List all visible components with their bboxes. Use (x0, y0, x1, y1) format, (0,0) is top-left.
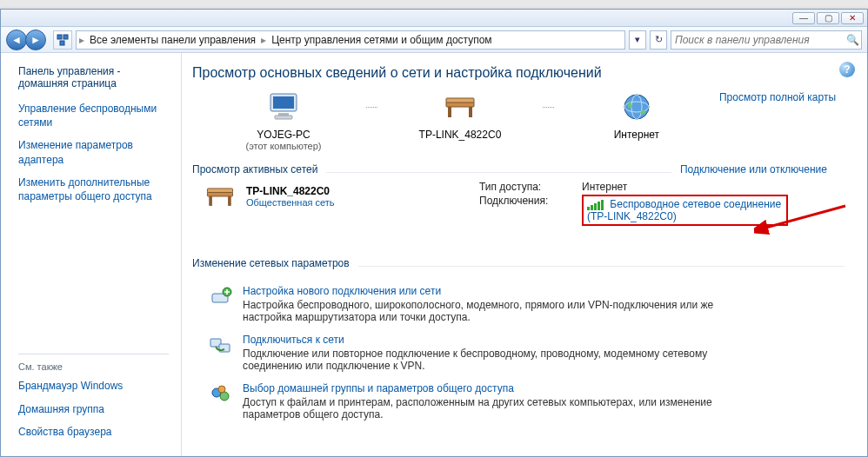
active-network-identity: TP-LINK_4822C0 Общественная сеть (203, 181, 464, 212)
network-properties: Тип доступа: Интернет Подключения: Беспр… (479, 181, 788, 226)
svg-rect-15 (207, 189, 232, 193)
sidebar-divider (18, 354, 169, 354)
map-node-label: YOJEG-PC (218, 129, 349, 141)
new-connection-icon (208, 285, 232, 309)
search-input[interactable] (673, 33, 845, 47)
search-icon[interactable]: 🔍 (845, 33, 859, 47)
access-type-value: Интернет (582, 181, 788, 193)
svg-rect-9 (448, 107, 451, 117)
page-title: Просмотр основных сведений о сети и наст… (192, 65, 853, 81)
forward-button[interactable]: ► (25, 30, 46, 50)
globe-icon (621, 91, 652, 123)
window-chrome: — ▢ ✕ (1, 10, 867, 27)
network-center-window: — ▢ ✕ ◄ ► ▸ Все элементы панели управлен… (0, 9, 868, 457)
see-also-firewall[interactable]: Брандмауэр Windows (18, 379, 169, 393)
breadcrumb-item-network-center[interactable]: Центр управления сетями и общим доступом (266, 34, 497, 46)
homegroup-icon (208, 382, 232, 407)
task-description: Настройка беспроводного, широкополосного… (243, 299, 730, 323)
map-node-this-pc[interactable]: YOJEG-PC (этот компьютер) (218, 91, 349, 151)
search-box[interactable]: 🔍 (671, 30, 862, 50)
task-description: Доступ к файлам и принтерам, расположенн… (243, 396, 730, 421)
sidebar-link-adapter-settings[interactable]: Изменение параметров адаптера (18, 138, 169, 166)
breadcrumb[interactable]: ▸ Все элементы панели управления ▸ Центр… (76, 30, 625, 50)
path-icon[interactable] (53, 30, 72, 50)
signal-bars-icon (587, 200, 604, 210)
connect-network-icon (208, 334, 232, 358)
svg-rect-17 (228, 196, 231, 206)
task-homegroup-sharing[interactable]: Выбор домашней группы и параметров общег… (208, 382, 853, 421)
task-connect-network[interactable]: Подключиться к сети Подключение или повт… (208, 334, 853, 372)
bench-icon (441, 91, 479, 123)
minimize-button[interactable]: — (792, 12, 815, 24)
svg-point-24 (220, 392, 229, 401)
task-link[interactable]: Настройка нового подключения или сети (243, 285, 730, 297)
close-button[interactable]: ✕ (841, 12, 864, 24)
sidebar-link-sharing-settings[interactable]: Изменить дополнительные параметры общего… (18, 176, 169, 203)
task-description: Подключение или повторное подключение к … (243, 348, 730, 372)
maximize-button[interactable]: ▢ (817, 12, 839, 24)
svg-rect-6 (275, 116, 292, 119)
task-new-connection[interactable]: Настройка нового подключения или сети На… (208, 285, 853, 323)
map-link-line (366, 91, 377, 124)
active-networks-heading: Просмотр активных сетей (192, 163, 317, 176)
network-map: YOJEG-PC (этот компьютер) TP-LINK_4822C0 (218, 91, 853, 151)
active-network-block: TP-LINK_4822C0 Общественная сеть Тип дос… (203, 181, 853, 226)
breadcrumb-item-all[interactable]: Все элементы панели управления (84, 34, 261, 46)
wireless-connection-link[interactable]: Беспроводное сетевое соединение (610, 198, 781, 210)
svg-point-25 (218, 386, 225, 393)
map-node-label: Интернет (571, 129, 702, 141)
connections-label: Подключения: (479, 195, 575, 226)
map-node-sublabel: (этот компьютер) (218, 141, 349, 151)
refresh-button[interactable]: ↻ (650, 30, 667, 50)
breadcrumb-dropdown[interactable]: ▾ (629, 30, 646, 50)
sidebar-link-wireless[interactable]: Управление беспроводными сетями (18, 102, 169, 129)
view-full-map-link[interactable]: Просмотр полной карты (719, 91, 836, 103)
help-icon[interactable]: ? (839, 62, 855, 77)
highlight-annotation: Беспроводное сетевое соединение (TP-LINK… (582, 195, 788, 226)
wireless-connection-sublabel: (TP-LINK_4822C0) (587, 210, 677, 222)
svg-rect-1 (63, 35, 68, 39)
task-link[interactable]: Выбор домашней группы и параметров общег… (243, 382, 730, 394)
control-panel-home-link[interactable]: Панель управления - домашняя страница (18, 65, 169, 89)
map-node-router[interactable]: TP-LINK_4822C0 (395, 91, 525, 141)
toolbar: ◄ ► ▸ Все элементы панели управления ▸ Ц… (1, 27, 867, 53)
map-node-internet[interactable]: Интернет (571, 91, 702, 141)
svg-rect-4 (273, 96, 294, 109)
task-link[interactable]: Подключиться к сети (243, 334, 730, 346)
map-node-label: TP-LINK_4822C0 (395, 129, 525, 141)
sidebar: Панель управления - домашняя страница Уп… (1, 53, 182, 456)
svg-rect-16 (209, 196, 212, 206)
svg-rect-8 (446, 98, 474, 103)
body: Панель управления - домашняя страница Уп… (1, 53, 867, 456)
back-button[interactable]: ◄ (6, 30, 27, 50)
nav-buttons: ◄ ► (6, 30, 46, 50)
access-type-label: Тип доступа: (479, 181, 575, 193)
network-name: TP-LINK_4822C0 (246, 185, 335, 197)
map-link-line (543, 91, 554, 124)
see-also-homegroup[interactable]: Домашняя группа (18, 402, 169, 416)
network-settings-heading: Изменение сетевых параметров (192, 257, 350, 269)
bench-icon (203, 181, 237, 212)
connect-disconnect-link[interactable]: Подключение или отключение (680, 163, 827, 176)
monitor-icon (266, 91, 301, 123)
see-also-heading: См. также (18, 361, 169, 372)
svg-rect-0 (57, 35, 62, 39)
network-type-link[interactable]: Общественная сеть (246, 197, 335, 208)
svg-rect-10 (469, 107, 472, 117)
svg-rect-2 (60, 41, 64, 45)
see-also-browser-props[interactable]: Свойства браузера (18, 425, 169, 439)
main-panel: ? Просмотр основных сведений о сети и на… (182, 53, 867, 456)
